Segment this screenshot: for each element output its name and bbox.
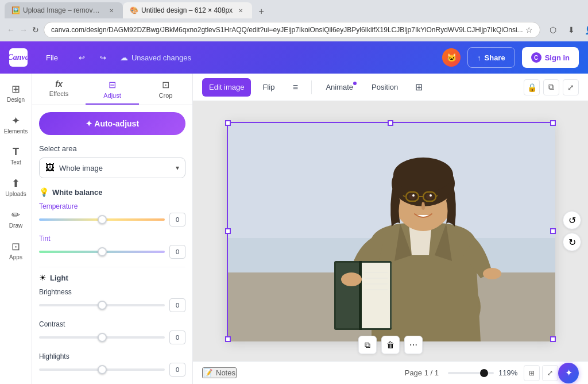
expand-button[interactable]: ⤢ <box>563 79 579 95</box>
tab-2-close[interactable]: ✕ <box>236 6 245 15</box>
bookmark-icon[interactable]: ☆ <box>525 25 533 34</box>
selection-handle-tm[interactable] <box>388 120 393 126</box>
file-menu-button[interactable]: File <box>39 48 65 67</box>
tint-slider-thumb[interactable] <box>98 247 107 256</box>
forward-button[interactable]: → <box>20 22 28 38</box>
layout-icon-button[interactable]: ≡ <box>286 78 304 97</box>
browser-action-buttons: ⬡ ⬇ 👤 ⋮ <box>545 22 588 38</box>
sidebar-item-elements[interactable]: ✦ Elements <box>2 110 30 139</box>
select-area-dropdown[interactable]: 🖼 Whole image ▾ <box>39 158 185 178</box>
contrast-slider-track[interactable] <box>39 336 165 339</box>
undo-redo-group: ↩ ↪ <box>72 48 113 67</box>
rotate-button[interactable]: ↻ <box>563 233 581 251</box>
canvas-workspace[interactable]: ↺ ↻ ⧉ 🗑 ⋯ <box>193 101 588 361</box>
temperature-slider-track[interactable] <box>39 218 165 221</box>
profile-button[interactable]: 👤 <box>582 22 588 38</box>
grid-view-button[interactable]: ⊞ <box>524 365 540 381</box>
sidebar-item-text[interactable]: T Text <box>2 141 30 170</box>
unsaved-indicator: ☁ Unsaved changes <box>120 53 191 62</box>
sidebar-item-design[interactable]: ⊞ Design <box>2 78 30 107</box>
animate-button[interactable]: Animate <box>319 78 360 97</box>
browser-chrome: 🖼️ Upload Image – remove.bg ✕ 🎨 Untitled… <box>0 0 588 41</box>
undo-button[interactable]: ↩ <box>72 48 92 67</box>
signin-button[interactable]: C Sign in <box>522 47 579 68</box>
canva-logo-icon: Canva <box>9 48 28 67</box>
edit-image-button[interactable]: Edit image <box>202 78 251 97</box>
url-text: canva.com/design/DAGM92DZBwg/JBkM6qxno2g… <box>51 26 523 34</box>
sidebar-item-uploads[interactable]: ⬆ Uploads <box>2 172 30 202</box>
selection-handle-mr[interactable] <box>550 228 556 234</box>
main-area: ⊞ Design ✦ Elements T Text ⬆ Uploads ✏ D… <box>0 74 588 384</box>
svg-point-13 <box>409 194 416 199</box>
highlights-label: Highlights <box>39 352 185 360</box>
browser-tab-1[interactable]: 🖼️ Upload Image – remove.bg ✕ <box>5 2 123 18</box>
zoom-slider-track[interactable] <box>448 372 494 374</box>
select-area-label: Select area <box>39 144 185 153</box>
selection-handle-bl[interactable] <box>225 336 231 342</box>
animate-dot <box>353 82 357 85</box>
more-canvas-button[interactable]: ⋯ <box>404 336 423 354</box>
tab-adjust[interactable]: ⊟ Adjust <box>86 74 139 105</box>
refresh-button[interactable]: ↺ <box>563 211 581 229</box>
tab-crop[interactable]: ⊡ Crop <box>139 74 192 105</box>
sidebar-item-apps[interactable]: ⊡ Apps <box>2 236 30 265</box>
delete-canvas-button[interactable]: 🗑 <box>381 336 400 354</box>
notes-button[interactable]: 📝 Notes <box>202 367 237 378</box>
select-area-icon: 🖼 <box>45 163 55 173</box>
redo-button[interactable]: ↪ <box>93 48 113 67</box>
fullscreen-button[interactable]: ⤢ <box>542 365 558 381</box>
apps-icon: ⊡ <box>11 240 20 253</box>
brightness-slider-thumb[interactable] <box>98 301 107 310</box>
grid-icon-button[interactable]: ⊞ <box>409 78 428 97</box>
sidebar-label-text: Text <box>10 159 21 166</box>
tint-slider-track[interactable] <box>39 251 165 253</box>
tab-1-favicon: 🖼️ <box>11 6 20 14</box>
magic-button[interactable]: ✦ <box>558 363 579 383</box>
contrast-slider-thumb[interactable] <box>98 333 107 342</box>
duplicate-canvas-button[interactable]: ⧉ <box>358 336 377 354</box>
browser-tab-2[interactable]: 🎨 Untitled design – 612 × 408px ✕ <box>123 2 252 18</box>
download-button[interactable]: ⬇ <box>563 22 579 38</box>
add-tab-button[interactable]: + <box>254 5 268 18</box>
extensions-button[interactable]: ⬡ <box>545 22 561 38</box>
sidebar-item-draw[interactable]: ✏ Draw <box>2 204 30 233</box>
light-header: ☀ Light <box>39 273 185 282</box>
lock-button-1[interactable]: 🔒 <box>524 79 540 95</box>
canvas-frame[interactable] <box>227 122 554 340</box>
selection-handle-br[interactable] <box>550 336 556 342</box>
unsaved-icon: ☁ <box>120 53 128 62</box>
notes-icon: 📝 <box>203 368 212 377</box>
zoom-slider-thumb[interactable] <box>480 369 488 377</box>
selection-handle-tr[interactable] <box>550 120 556 126</box>
temperature-slider-thumb[interactable] <box>98 215 107 224</box>
view-buttons: ⊞ ⤢ <box>524 365 558 381</box>
canvas-area: Edit image Flip ≡ Animate Position ⊞ 🔒 ⧉… <box>193 74 588 384</box>
white-balance-icon: 💡 <box>39 187 49 197</box>
brightness-slider-container: 0 <box>39 298 185 312</box>
temperature-slider-container: 0 <box>39 213 185 226</box>
flip-button[interactable]: Flip <box>256 78 281 97</box>
uploads-icon: ⬆ <box>11 177 20 190</box>
brightness-value: 0 <box>169 298 185 312</box>
position-button[interactable]: Position <box>365 78 405 97</box>
tab-effects[interactable]: fx Effects <box>32 74 86 105</box>
tab-1-label: Upload Image – remove.bg <box>23 6 103 14</box>
share-icon: ↑ <box>477 53 481 62</box>
brightness-slider-track[interactable] <box>39 304 165 306</box>
url-bar[interactable]: canva.com/design/DAGM92DZBwg/JBkM6qxno2g… <box>44 22 540 38</box>
selection-handle-tl[interactable] <box>225 120 231 126</box>
auto-adjust-button[interactable]: ✦ Auto-adjust <box>39 112 185 135</box>
tab-1-close[interactable]: ✕ <box>107 6 116 15</box>
back-button[interactable]: ← <box>7 22 15 38</box>
sidebar-icons: ⊞ Design ✦ Elements T Text ⬆ Uploads ✏ D… <box>0 74 32 384</box>
copy-button[interactable]: ⧉ <box>543 79 559 95</box>
share-button[interactable]: ↑ Share <box>467 47 515 68</box>
highlights-slider-thumb[interactable] <box>98 365 107 374</box>
selection-handle-ml[interactable] <box>225 228 231 234</box>
notes-label: Notes <box>216 368 235 377</box>
reload-button[interactable]: ↻ <box>32 22 39 38</box>
user-avatar[interactable]: 🐱 <box>442 48 461 67</box>
svg-point-14 <box>426 194 433 199</box>
zoom-percentage: 119% <box>498 368 519 377</box>
highlights-slider-track[interactable] <box>39 368 165 371</box>
